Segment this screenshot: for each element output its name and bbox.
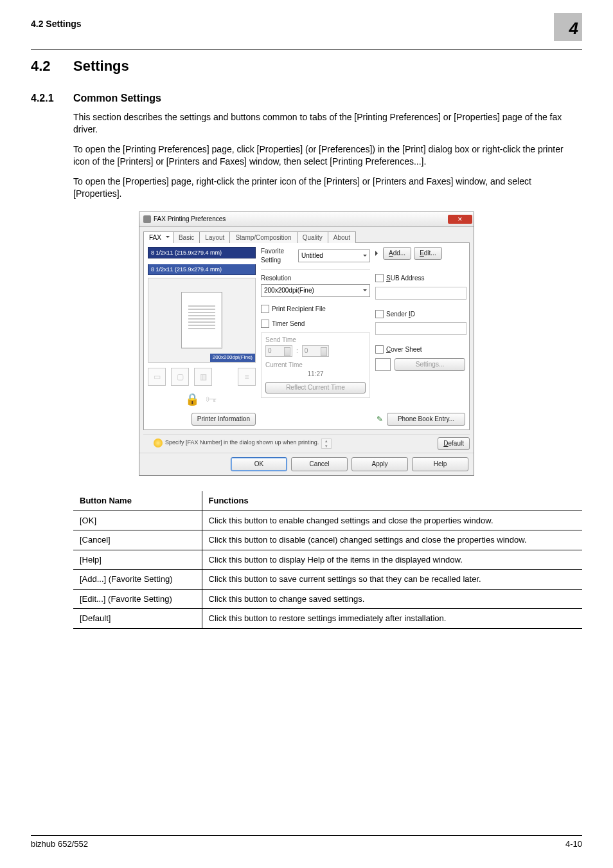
- sender-id-checkbox[interactable]: [375, 310, 384, 318]
- table-row: [Default]Click this button to restore se…: [73, 609, 582, 629]
- table-row: [Add...] (Favorite Setting)Click this bu…: [73, 570, 582, 590]
- table-row: [Cancel]Click this button to disable (ca…: [73, 530, 582, 550]
- view-mode-row: ▭ ▢ ▥ ≡: [148, 368, 256, 386]
- favorite-setting-value: Untitled: [301, 251, 323, 260]
- print-recipient-label: Print Recipient File: [272, 305, 326, 314]
- dialog-title-left: FAX Printing Preferences: [143, 215, 226, 224]
- section-title: Settings: [73, 58, 129, 74]
- tab-fax[interactable]: FAX: [143, 231, 173, 244]
- paragraph-1: This section describes the settings and …: [73, 111, 582, 136]
- bullet-icon: [375, 251, 380, 256]
- paragraph-3: To open the [Properties] page, right-cli…: [73, 176, 582, 200]
- key-icon: 🗝: [204, 392, 218, 406]
- tab-basic[interactable]: Basic: [173, 231, 200, 244]
- dialog-button-row: OK Cancel Apply Help: [139, 453, 474, 475]
- running-header: 4.2 Settings 4: [31, 18, 582, 50]
- sub-address-input[interactable]: [375, 287, 466, 300]
- edit-favorite-button[interactable]: Edit...: [414, 247, 442, 260]
- close-button[interactable]: ✕: [448, 215, 472, 224]
- sender-id-label: Sender ID: [386, 310, 415, 319]
- running-header-text: 4.2 Settings: [31, 18, 82, 30]
- tab-layout[interactable]: Layout: [199, 231, 230, 244]
- send-time-group: Send Time 0 : 0 Current Time 11:27 Refle…: [261, 332, 370, 399]
- add-favorite-button[interactable]: Add...: [383, 247, 411, 260]
- view-mode-2[interactable]: ▢: [171, 368, 189, 386]
- preview-size-output: 8 1/2x11 (215.9x279.4 mm): [148, 264, 256, 275]
- view-mode-3[interactable]: ▥: [194, 368, 212, 386]
- dialog-figure: FAX Printing Preferences ✕ FAX Basic Lay…: [31, 212, 582, 476]
- paper-icon: [181, 292, 222, 348]
- resolution-select[interactable]: 200x200dpi(Fine): [261, 284, 370, 297]
- hint-bulb-icon: [154, 439, 163, 448]
- sub-address-checkbox[interactable]: [375, 274, 384, 282]
- current-time-value: 11:27: [265, 370, 366, 379]
- subsection-number: 4.2.1: [31, 91, 73, 105]
- sender-id-input[interactable]: [375, 322, 466, 335]
- tab-panel: 8 1/2x11 (215.9x279.4 mm) ▼ 8 1/2x11 (21…: [143, 242, 470, 430]
- subsection-heading: 4.2.1Common Settings: [31, 91, 582, 105]
- send-time-label: Send Time: [265, 336, 296, 343]
- sub-address-label: SUB Address: [386, 274, 424, 283]
- section-heading: 4.2Settings: [31, 57, 582, 76]
- table-row: [Help]Click this button to display Help …: [73, 550, 582, 570]
- view-mode-1[interactable]: ▭: [148, 368, 166, 386]
- tab-about[interactable]: About: [328, 231, 356, 244]
- resolution-value: 200x200dpi(Fine): [264, 286, 314, 295]
- cancel-button[interactable]: Cancel: [291, 457, 348, 471]
- default-button[interactable]: Default: [438, 437, 470, 450]
- preview-arrow-icon: ▼: [148, 257, 256, 264]
- subsection-title: Common Settings: [73, 93, 161, 104]
- paragraph-2: To open the [Printing Preferences] page,…: [73, 143, 582, 168]
- preview-column: 8 1/2x11 (215.9x279.4 mm) ▼ 8 1/2x11 (21…: [148, 247, 256, 426]
- resolution-badge: 200x200dpi(Fine): [210, 354, 255, 362]
- section-number: 4.2: [31, 57, 73, 76]
- lock-icon: 🔒: [185, 392, 199, 406]
- resolution-label: Resolution: [261, 275, 291, 282]
- hint-scrollbar[interactable]: ▴▾: [321, 439, 332, 449]
- cover-sheet-checkbox[interactable]: [375, 345, 384, 354]
- hint-text: Specify [FAX Number] in the dialog shown…: [165, 439, 319, 446]
- printer-icon: [143, 215, 151, 223]
- favorite-setting-label: Favorite Setting: [261, 247, 294, 264]
- dialog-title: FAX Printing Preferences: [154, 215, 226, 224]
- cover-sheet-label: Cover Sheet: [386, 345, 422, 354]
- page-preview: 200x200dpi(Fine): [148, 278, 256, 363]
- table-row: [Edit...] (Favorite Setting)Click this b…: [73, 589, 582, 609]
- preferences-dialog: FAX Printing Preferences ✕ FAX Basic Lay…: [139, 212, 474, 476]
- close-icon: ✕: [458, 215, 463, 223]
- reflect-current-time-button[interactable]: Reflect Current Time: [265, 382, 366, 393]
- ok-button[interactable]: OK: [231, 457, 287, 471]
- timer-send-checkbox[interactable]: [261, 320, 269, 328]
- right-column: Add... Edit... SUB Address Sender: [375, 247, 465, 426]
- chevron-down-icon: [363, 255, 367, 258]
- phone-book-entry-button[interactable]: Phone Book Entry...: [387, 413, 465, 426]
- current-time-label: Current Time: [265, 361, 303, 368]
- dialog-titlebar: FAX Printing Preferences ✕: [139, 212, 474, 227]
- view-mode-detail[interactable]: ≡: [238, 368, 256, 386]
- cover-sheet-settings-button[interactable]: Settings...: [395, 358, 465, 371]
- tab-quality[interactable]: Quality: [297, 231, 328, 244]
- phone-book-icon: ✎: [375, 415, 384, 424]
- tab-stamp-composition[interactable]: Stamp/Composition: [229, 231, 297, 244]
- table-row: [OK]Click this button to enable changed …: [73, 511, 582, 530]
- settings-column: Favorite Setting Untitled Resolution 200…: [261, 247, 370, 426]
- cover-sheet-preview-icon: [375, 358, 391, 371]
- th-functions: Functions: [202, 491, 582, 511]
- status-icons: 🔒 🗝: [148, 392, 256, 406]
- chevron-down-icon: [363, 289, 367, 293]
- send-minute-spinner[interactable]: 0: [302, 345, 329, 357]
- apply-button[interactable]: Apply: [351, 457, 408, 471]
- favorite-setting-select[interactable]: Untitled: [298, 249, 370, 262]
- functions-table: Button Name Functions [OK]Click this but…: [73, 491, 582, 629]
- printer-information-button[interactable]: Printer Information: [191, 413, 256, 426]
- tab-strip: FAX Basic Layout Stamp/Composition Quali…: [139, 227, 474, 243]
- help-button[interactable]: Help: [412, 457, 468, 471]
- content: 4.2Settings 4.2.1Common Settings This se…: [31, 57, 582, 629]
- th-button-name: Button Name: [73, 491, 202, 511]
- timer-send-label: Timer Send: [272, 320, 305, 329]
- info-row: Specify [FAX Number] in the dialog shown…: [143, 434, 470, 453]
- footer-left: bizhub 652/552: [31, 838, 88, 850]
- send-hour-spinner[interactable]: 0: [265, 345, 292, 357]
- page-footer: bizhub 652/552 4-10: [31, 835, 582, 850]
- print-recipient-checkbox[interactable]: [261, 305, 269, 313]
